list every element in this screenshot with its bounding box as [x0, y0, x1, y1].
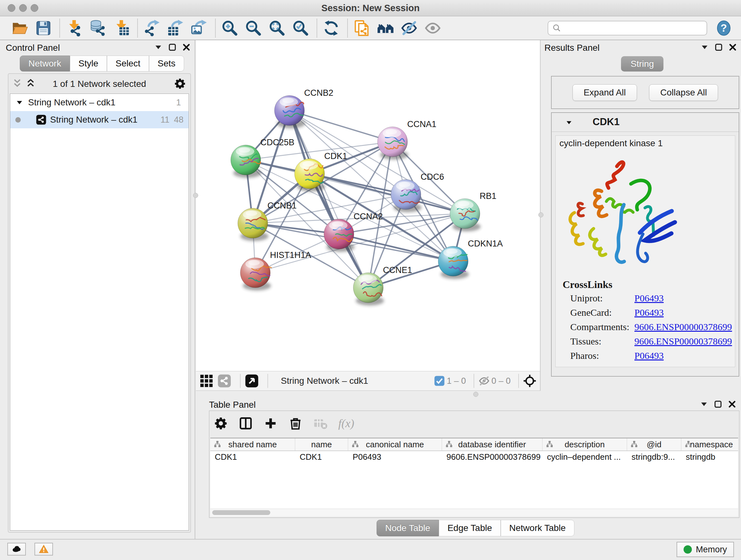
- horizontal-scrollbar[interactable]: [210, 509, 738, 516]
- crosslink-value-link[interactable]: P06493: [634, 293, 664, 304]
- tab-node-table[interactable]: Node Table: [377, 520, 439, 537]
- table-options-button[interactable]: [214, 416, 228, 430]
- export-table-button[interactable]: [166, 19, 185, 37]
- node-CCNA1[interactable]: CCNA1: [378, 119, 436, 160]
- crosslink-label: Pharos:: [570, 350, 599, 361]
- node-CDKN1A[interactable]: CDKN1A: [438, 239, 503, 279]
- tab-select[interactable]: Select: [107, 56, 149, 71]
- table-body: CDK1CDK1P064939606.ENSP00000378699cyclin…: [210, 450, 738, 463]
- string-network-graph[interactable]: CCNB2CCNA1CDC25BCDK1CDC6RB1CCNB1CCNA2CDK…: [196, 40, 540, 370]
- collapse-all-button[interactable]: Collapse All: [649, 84, 718, 101]
- memory-button[interactable]: Memory: [677, 542, 734, 557]
- open-session-button[interactable]: [11, 19, 29, 37]
- tab-network[interactable]: Network: [20, 56, 70, 71]
- network-collection-row[interactable]: String Network – cdk1 1: [10, 94, 189, 111]
- warnings-button[interactable]: [35, 543, 53, 556]
- node-CDK1[interactable]: CDK1: [294, 151, 347, 192]
- show-grid-button[interactable]: [200, 374, 213, 388]
- column-header-namespace[interactable]: namespace: [681, 438, 738, 450]
- network-node-count: 11: [160, 115, 170, 125]
- node-CCNE1[interactable]: CCNE1: [353, 265, 412, 306]
- edge-CCNA2-CDKN1A[interactable]: [339, 234, 453, 261]
- import-table-file-icon: [113, 20, 130, 37]
- gear-icon: [214, 416, 228, 430]
- protein-section-header[interactable]: CDK1: [552, 113, 739, 132]
- help-icon: ?: [716, 20, 732, 37]
- table-cell: stringdb: [681, 452, 738, 462]
- birds-eye-icon: [245, 374, 259, 388]
- cloud-status-button[interactable]: [7, 543, 26, 556]
- close-panel-icon[interactable]: [728, 43, 737, 52]
- tab-sets[interactable]: Sets: [149, 56, 184, 71]
- zoom-out-button[interactable]: [245, 19, 262, 37]
- float-panel-icon[interactable]: [700, 43, 709, 52]
- zoom-in-button[interactable]: [221, 19, 239, 37]
- edge-CCNB2-CCNE1[interactable]: [289, 111, 368, 288]
- center-view-button[interactable]: [523, 374, 536, 387]
- float-panel-icon[interactable]: [699, 400, 709, 409]
- edge-CCNB2-CCNA1[interactable]: [289, 111, 393, 142]
- table-row[interactable]: CDK1CDK1P064939606.ENSP00000378699cyclin…: [210, 450, 738, 463]
- node-CCNB2[interactable]: CCNB2: [274, 88, 333, 128]
- node-CCNB1[interactable]: CCNB1: [238, 201, 297, 241]
- expand-all-button[interactable]: Expand All: [572, 84, 637, 101]
- help-button[interactable]: ?: [716, 20, 732, 37]
- close-panel-icon[interactable]: [182, 43, 191, 52]
- left-splitter-handle[interactable]: [193, 193, 198, 198]
- create-column-button[interactable]: [264, 416, 278, 430]
- tab-string[interactable]: String: [621, 56, 664, 71]
- hidden-nodes-icon[interactable]: [479, 375, 489, 386]
- toolbar-separator: [518, 374, 519, 388]
- crosslink-value-link[interactable]: 9606.ENSP00000378699: [634, 321, 732, 332]
- node-RB1[interactable]: RB1: [450, 191, 496, 232]
- search-input[interactable]: [564, 23, 703, 33]
- column-header-name[interactable]: name: [295, 438, 348, 450]
- show-all-button[interactable]: [424, 19, 442, 37]
- section-expander-icon[interactable]: [565, 119, 573, 126]
- crosslink-value-link[interactable]: P06493: [634, 350, 664, 361]
- birds-eye-view-button[interactable]: [245, 374, 259, 388]
- network-canvas[interactable]: CCNB2CCNA1CDC25BCDK1CDC6RB1CCNB1CCNA2CDK…: [196, 40, 541, 371]
- node-HIST1H1A[interactable]: HIST1H1A: [240, 250, 311, 291]
- save-session-button[interactable]: [35, 19, 52, 37]
- clone-network-button[interactable]: [353, 19, 371, 37]
- undock-panel-icon[interactable]: [168, 43, 177, 52]
- column-header-database-identifier[interactable]: database identifier: [442, 438, 542, 450]
- node-label-CCNE1: CCNE1: [383, 265, 412, 275]
- first-neighbors-button[interactable]: [377, 19, 394, 37]
- import-network-file-button[interactable]: [65, 19, 83, 37]
- fit-content-button[interactable]: [268, 19, 286, 37]
- collection-expander-icon[interactable]: [15, 98, 23, 107]
- selected-nodes-checkbox-icon[interactable]: [434, 375, 445, 386]
- tab-network-table[interactable]: Network Table: [501, 520, 575, 537]
- apply-layout-button[interactable]: [322, 19, 340, 37]
- network-options-button[interactable]: [174, 78, 186, 91]
- close-panel-icon[interactable]: [728, 400, 737, 409]
- column-header-@id[interactable]: @id: [627, 438, 681, 450]
- zoom-selected-button[interactable]: [292, 19, 310, 37]
- crosslink-value-link[interactable]: P06493: [634, 307, 664, 318]
- export-network-button[interactable]: [143, 19, 161, 37]
- delete-table-button[interactable]: [313, 416, 327, 430]
- column-header-shared-name[interactable]: shared name: [210, 438, 295, 450]
- crosslink-value-link[interactable]: 9606.ENSP00000378699: [634, 336, 732, 347]
- column-header-description[interactable]: description: [542, 438, 627, 450]
- show-columns-button[interactable]: [239, 416, 253, 430]
- import-network-database-button[interactable]: [89, 19, 107, 37]
- undock-panel-icon[interactable]: [714, 400, 723, 409]
- float-panel-icon[interactable]: [154, 43, 163, 52]
- tab-style[interactable]: Style: [70, 56, 107, 71]
- scrollbar-thumb[interactable]: [212, 510, 270, 515]
- delete-column-button[interactable]: [288, 416, 302, 430]
- bottom-splitter-handle[interactable]: [473, 392, 478, 397]
- import-table-file-button[interactable]: [112, 19, 130, 37]
- hide-selected-button[interactable]: [400, 19, 418, 37]
- column-header-canonical-name[interactable]: canonical name: [348, 438, 442, 450]
- network-row[interactable]: String Network – cdk1 11 48: [10, 111, 189, 128]
- function-builder-button[interactable]: f(x): [338, 417, 354, 430]
- export-image-button[interactable]: [190, 19, 208, 37]
- network-view-icon[interactable]: [218, 374, 231, 388]
- tab-edge-table[interactable]: Edge Table: [439, 520, 501, 537]
- undock-panel-icon[interactable]: [714, 43, 723, 52]
- edges: [246, 111, 465, 288]
